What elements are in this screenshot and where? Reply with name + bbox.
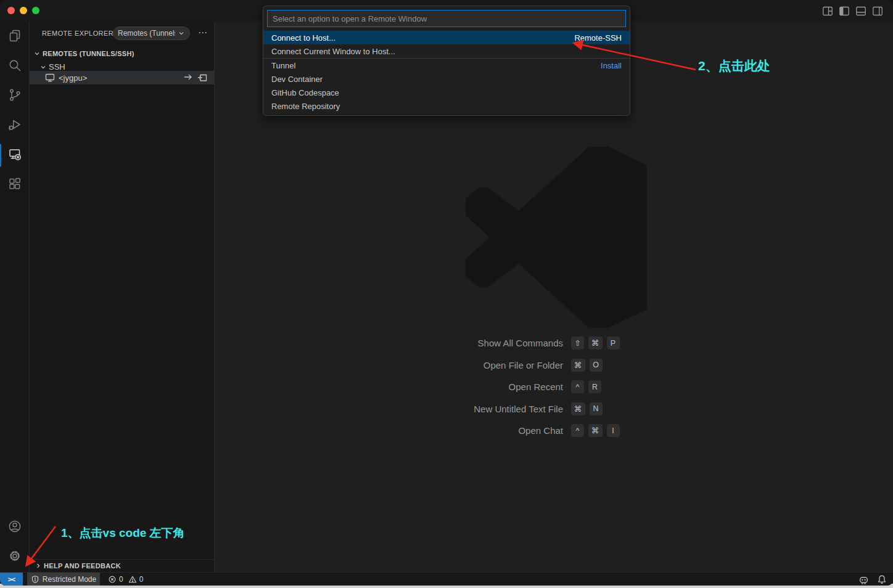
key-ctrl: ^: [571, 380, 584, 393]
activitybar-item-explorer[interactable]: [0, 22, 30, 52]
error-count: 0: [119, 575, 123, 584]
account-icon: [7, 519, 22, 536]
activitybar-item-settings[interactable]: [0, 542, 30, 572]
shortcut-keys: ⇧ ⌘ P: [571, 337, 620, 349]
quickpick-input-wrap: [267, 10, 626, 27]
search-icon: [7, 58, 22, 75]
quickpick-item-dev-container[interactable]: Dev Container: [263, 72, 630, 86]
remote-scope-dropdown[interactable]: Remotes (Tunnels/S: [113, 27, 190, 40]
restricted-mode-badge[interactable]: Restricted Mode: [27, 573, 100, 586]
key-r: R: [588, 380, 601, 393]
section-remotes-tunnels-ssh[interactable]: REMOTES (TUNNELS/SSH): [30, 47, 214, 60]
minimize-window-button[interactable]: [20, 7, 27, 14]
layout-controls: [821, 4, 884, 18]
key-cmd: ⌘: [588, 424, 603, 437]
customize-layout-icon[interactable]: [821, 4, 834, 18]
problems-indicator[interactable]: 0 0: [105, 573, 146, 586]
activity-bar: [0, 22, 30, 572]
connect-in-current-window-icon[interactable]: [183, 72, 193, 84]
zoom-window-button[interactable]: [32, 7, 39, 14]
activitybar-item-accounts[interactable]: [0, 513, 30, 542]
status-bar: >< Restricted Mode 0 0: [0, 572, 893, 586]
quickpick-item-label: Dev Container: [271, 75, 323, 84]
chevron-down-icon: [178, 30, 185, 37]
key-cmd: ⌘: [571, 402, 585, 415]
shortcut-row: New Untitled Text File ⌘ N: [380, 398, 620, 420]
source-control-icon: [7, 88, 22, 105]
more-actions-icon[interactable]: ⋯: [195, 25, 211, 40]
shortcut-keys: ⌘ O: [571, 359, 603, 372]
activitybar-item-remote-explorer[interactable]: [0, 141, 30, 170]
quickpick-item-connect-to-host[interactable]: Connect to Host... Remote-SSH: [263, 31, 630, 44]
quickpick-item-remote-repository[interactable]: Remote Repository: [263, 99, 630, 113]
toggle-primary-sidebar-icon[interactable]: [837, 4, 851, 18]
shortcut-label: Show All Commands: [380, 338, 571, 348]
key-n: N: [590, 402, 603, 415]
notifications-bell-icon[interactable]: [877, 574, 887, 584]
quickpick-item-label: Connect Current Window to Host...: [271, 47, 395, 56]
vscode-logo-watermark: [466, 147, 647, 330]
shortcut-label: Open File or Folder: [380, 360, 571, 370]
vscode-window: REMOTE EXPLORER Remotes (Tunnels/S ⋯ REM…: [0, 0, 893, 586]
shield-icon: [31, 575, 39, 584]
shortcut-label: Open Recent: [380, 382, 571, 392]
explorer-icon: [7, 28, 22, 46]
remote-window-quickpick: Connect to Host... Remote-SSH Connect Cu…: [263, 6, 630, 116]
remote-explorer-sidebar: REMOTE EXPLORER Remotes (Tunnels/S ⋯ REM…: [30, 22, 215, 572]
toggle-secondary-sidebar-icon[interactable]: [871, 4, 884, 18]
activitybar-item-extensions[interactable]: [0, 170, 30, 200]
key-cmd: ⌘: [571, 359, 585, 372]
quickpick-item-label: GitHub Codespace: [271, 88, 339, 97]
install-link[interactable]: Install: [601, 61, 622, 70]
key-shift: ⇧: [571, 337, 584, 349]
quickpick-item-label: Tunnel: [271, 61, 295, 70]
error-icon: [108, 575, 117, 584]
remote-explorer-icon: [7, 147, 22, 164]
connect-in-new-window-icon[interactable]: [197, 72, 207, 84]
copilot-icon[interactable]: [858, 574, 869, 585]
watermark-shortcuts: Show All Commands ⇧ ⌘ P Open File or Fol…: [380, 332, 620, 442]
shortcut-row: Show All Commands ⇧ ⌘ P: [380, 332, 620, 354]
quickpick-item-github-codespace[interactable]: GitHub Codespace: [263, 86, 630, 99]
activitybar-item-search[interactable]: [0, 52, 30, 81]
tree-group-label: SSH: [49, 62, 65, 71]
shortcut-keys: ^ ⌘ I: [571, 424, 620, 437]
quickpick-input[interactable]: [267, 10, 626, 27]
section-label: REMOTES (TUNNELS/SSH): [43, 50, 134, 57]
quickpick-item-badge: Remote-SSH: [574, 33, 622, 43]
key-cmd: ⌘: [588, 337, 603, 349]
tree-item-actions: [183, 72, 214, 84]
remote-machine-icon: [45, 73, 55, 83]
toggle-panel-icon[interactable]: [854, 4, 868, 18]
chevron-down-icon: [33, 50, 41, 57]
section-label: HELP AND FEEDBACK: [44, 562, 121, 570]
quickpick-item-label: Connect to Host...: [271, 33, 335, 43]
warning-icon: [128, 575, 137, 584]
remote-indicator[interactable]: ><: [0, 573, 23, 586]
screen: REMOTE EXPLORER Remotes (Tunnels/S ⋯ REM…: [0, 0, 893, 588]
close-window-button[interactable]: [7, 7, 15, 14]
key-i: I: [607, 424, 620, 437]
restricted-mode-label: Restricted Mode: [43, 575, 96, 584]
warning-count: 0: [139, 575, 144, 584]
activitybar-item-source-control[interactable]: [0, 81, 30, 111]
remote-indicator-icon: ><: [8, 576, 15, 583]
remote-scope-value: Remotes (Tunnels/S: [118, 29, 175, 38]
shortcut-row: Open File or Folder ⌘ O: [380, 354, 620, 377]
key-p: P: [607, 337, 620, 349]
tree-item-jygpu[interactable]: <jygpu>: [30, 71, 214, 84]
shortcut-row: Open Recent ^ R: [380, 376, 620, 398]
tree-item-label: <jygpu>: [59, 73, 87, 83]
activitybar-item-run-and-debug[interactable]: [0, 111, 30, 141]
quickpick-item-label: Remote Repository: [271, 102, 340, 111]
extensions-icon: [7, 176, 22, 194]
shortcut-label: Open Chat: [380, 425, 571, 436]
section-help-and-feedback[interactable]: HELP AND FEEDBACK: [30, 559, 214, 572]
sidebar-title: REMOTE EXPLORER: [42, 30, 113, 37]
shortcut-row: Open Chat ^ ⌘ I: [380, 420, 620, 442]
chevron-down-icon: [39, 63, 47, 71]
quickpick-item-tunnel[interactable]: Tunnel Install: [263, 59, 630, 72]
shortcut-keys: ⌘ N: [571, 402, 603, 415]
shortcut-keys: ^ R: [571, 380, 601, 393]
quickpick-item-connect-current-window[interactable]: Connect Current Window to Host...: [263, 44, 630, 58]
